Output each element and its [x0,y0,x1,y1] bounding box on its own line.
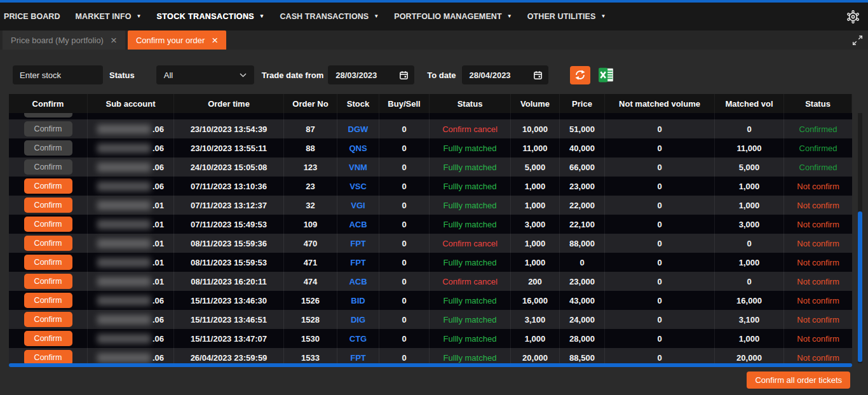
cell-volume: 1,000 [511,253,560,272]
sub-account-suffix: .06 [153,315,164,325]
redacted-sub-account [97,258,151,267]
cell-stock: ACB [337,215,379,234]
redacted-sub-account [97,353,151,363]
confirm-button[interactable]: Confirm [24,255,72,270]
to-date-input[interactable]: 28/04/2023 [462,65,548,84]
redacted-sub-account [97,182,151,191]
cell-sub-account: .06 [88,119,174,138]
confirm-button[interactable] [24,113,72,117]
cell-order-no: 23 [284,177,337,196]
confirm-button[interactable]: Confirm [24,350,72,363]
confirm-button[interactable]: Confirm [24,178,72,194]
table-row: Confirm .06 07/11/2023 13:10:36 23 VSC 0… [9,177,852,196]
stock-search-input[interactable]: Enter stock [13,65,103,84]
nav-price-board[interactable]: PRICE BOARD [4,12,60,21]
confirm-button[interactable]: Confirm [24,217,72,232]
cell-price: 23,000 [560,177,605,196]
cell-buy-sell: 0 [379,272,430,291]
cell-matched: 1,000 [715,329,784,348]
confirm-button[interactable]: Confirm [24,331,72,346]
cell-status: Fullly matched [430,177,511,196]
chevron-down-icon: ▼ [259,14,264,19]
confirm-button[interactable]: Confirm [24,140,72,156]
cell-status: Fullly matched [430,310,511,329]
cell-stock: FPT [337,253,379,272]
stock-symbol-link[interactable]: DGW [348,124,369,134]
cell-not-matched [605,113,715,119]
table-row: Confirm .01 08/11/2023 16:20:11 474 ACB … [9,272,852,291]
stock-symbol-link[interactable]: ACB [349,220,367,229]
nav-other-utilities[interactable]: OTHER UTILITIES▼ [527,12,606,21]
confirm-button[interactable]: Confirm [24,274,72,289]
cell-confirm: Confirm [9,272,88,291]
sub-account-suffix: .06 [153,144,164,153]
settings-button[interactable] [845,9,860,24]
table-row: Confirm .01 07/11/2023 15:49:53 109 ACB … [9,215,852,234]
confirm-button[interactable]: Confirm [24,312,72,327]
cell-status: Confirm cancel [430,119,511,138]
nav-portfolio-management[interactable]: PORTFOLIO MANAGEMENT▼ [394,12,512,21]
nav-market-info[interactable]: MARKET INFO▼ [76,12,142,21]
trade-date-from-input[interactable]: 28/03/2023 [328,65,414,84]
sub-account-suffix: .01 [153,239,164,248]
confirm-button[interactable]: Confirm [24,293,72,308]
tab-confirm-your-order[interactable]: Confirm your order × [128,30,226,50]
stock-symbol-link[interactable]: VNM [349,163,367,172]
horizontal-scrollbar-thumb[interactable] [9,363,852,367]
confirm-button[interactable]: Confirm [24,121,72,137]
table-row: Confirm .01 07/11/2023 13:12:37 32 VGI 0… [9,196,852,215]
stock-symbol-link[interactable]: VSC [349,182,367,191]
stock-symbol-link[interactable]: FPT [350,258,366,267]
cell-matched: 0 [715,272,784,291]
nav-cash-transactions[interactable]: CASH TRANSACTIONS▼ [280,12,379,21]
cell-confirm-status: Not confirm [784,291,852,310]
confirm-button[interactable]: Confirm [24,198,72,213]
stock-symbol-link[interactable]: QNS [349,144,367,153]
to-date-label: To date [427,70,456,80]
stock-symbol-link[interactable]: CTG [349,334,367,344]
export-excel-button[interactable] [598,66,615,84]
tab-bar: Price board (My portfolio) × Confirm you… [0,30,868,50]
refresh-button[interactable] [570,66,590,84]
cell-confirm: Confirm [9,196,88,215]
stock-symbol-link[interactable]: FPT [350,239,366,248]
stock-symbol-link[interactable]: ACB [349,277,367,286]
cell-confirm-status: Not confirm [784,215,852,234]
cell-buy-sell: 0 [379,138,430,157]
confirm-button[interactable]: Confirm [24,159,72,175]
cell-order-time: 23/10/2023 13:54:39 [174,119,284,138]
cell-order-time: 26/04/2023 23:59:59 [174,348,284,363]
stock-symbol-link[interactable]: BID [351,296,365,305]
confirm-all-order-tickets-button[interactable]: Confirm all order tickets [747,372,850,389]
stock-symbol-link[interactable]: FPT [350,353,366,363]
cell-confirm-status: Not confirm [784,329,852,348]
cell-status: Confirm cancel [430,272,511,291]
cell-not-matched: 0 [605,291,715,310]
cell-order-time: 15/11/2023 13:47:07 [174,329,284,348]
cell-sub-account: .06 [88,329,174,348]
tab-price-board[interactable]: Price board (My portfolio) × [3,30,125,50]
cell-confirm: Confirm [9,157,88,177]
status-filter-select[interactable]: All [156,65,254,84]
close-icon[interactable]: × [212,35,218,46]
cell-not-matched: 0 [605,329,715,348]
cell-sub-account: .06 [88,138,174,157]
vertical-scrollbar-thumb[interactable] [858,211,862,362]
nav-stock-transactions[interactable]: STOCK TRANSACTIONS▼ [157,12,265,21]
cell-order-no: 88 [284,138,337,157]
cell-order-no: 1533 [284,348,337,363]
cell-order-no [284,113,337,119]
sub-account-suffix: .01 [153,258,164,267]
excel-icon [598,67,614,83]
confirm-button[interactable]: Confirm [24,236,72,251]
col-volume: Volume [511,94,560,113]
stock-symbol-link[interactable]: VGI [351,201,365,210]
cell-buy-sell: 0 [379,329,430,348]
stock-symbol-link[interactable]: DIG [351,315,365,325]
cell-matched: 16,000 [715,291,784,310]
close-icon[interactable]: × [111,35,117,46]
cell-confirm-status: Not confirm [784,253,852,272]
fullscreen-button[interactable] [852,35,863,46]
cell-status: Fullly matched [430,348,511,363]
table-row: Confirm .06 26/04/2023 23:59:59 1533 FPT… [9,348,852,363]
